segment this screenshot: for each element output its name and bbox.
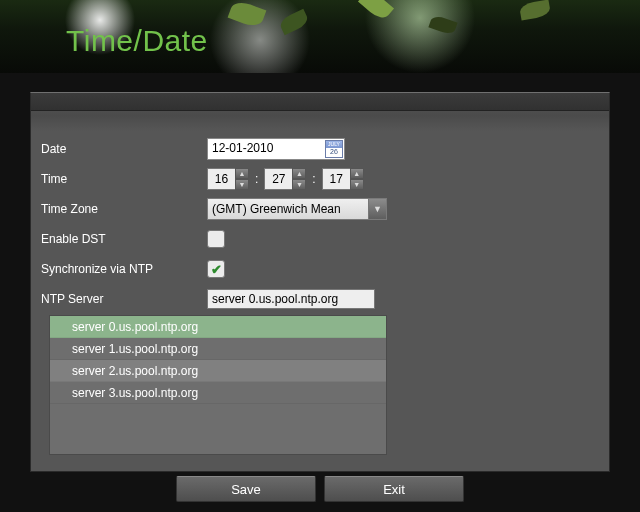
time-minute-stepper[interactable]: 27 ▲▼ xyxy=(264,168,306,190)
time-sep: : xyxy=(312,172,315,186)
time-hour-value: 16 xyxy=(207,168,235,190)
timezone-value: (GMT) Greenwich Mean xyxy=(208,202,368,216)
time-second-stepper[interactable]: 17 ▲▼ xyxy=(322,168,364,190)
hour-down-icon[interactable]: ▼ xyxy=(235,179,249,190)
page-title: Time/Date xyxy=(66,24,208,58)
time-sep: : xyxy=(255,172,258,186)
second-down-icon[interactable]: ▼ xyxy=(350,179,364,190)
second-up-icon[interactable]: ▲ xyxy=(350,168,364,179)
minute-down-icon[interactable]: ▼ xyxy=(292,179,306,190)
date-label: Date xyxy=(41,142,207,156)
footer-buttons: Save Exit xyxy=(30,476,610,504)
dst-label: Enable DST xyxy=(41,232,207,246)
ntp-label: Synchronize via NTP xyxy=(41,262,207,276)
ntp-server-item[interactable]: server 3.us.pool.ntp.org xyxy=(50,382,386,404)
exit-button[interactable]: Exit xyxy=(324,476,464,502)
hour-up-icon[interactable]: ▲ xyxy=(235,168,249,179)
calendar-icon[interactable]: JULY 26 xyxy=(325,140,343,158)
timezone-label: Time Zone xyxy=(41,202,207,216)
ntp-server-item[interactable]: server 2.us.pool.ntp.org xyxy=(50,360,386,382)
ntp-server-item[interactable]: server 0.us.pool.ntp.org xyxy=(50,316,386,338)
ntp-server-input[interactable] xyxy=(207,289,375,309)
time-label: Time xyxy=(41,172,207,186)
minute-up-icon[interactable]: ▲ xyxy=(292,168,306,179)
timezone-select[interactable]: (GMT) Greenwich Mean ▼ xyxy=(207,198,387,220)
time-minute-value: 27 xyxy=(264,168,292,190)
save-button[interactable]: Save xyxy=(176,476,316,502)
dst-checkbox[interactable] xyxy=(207,230,225,248)
panel-header-bar xyxy=(31,93,609,111)
time-second-value: 17 xyxy=(322,168,350,190)
ntp-server-item[interactable]: server 1.us.pool.ntp.org xyxy=(50,338,386,360)
settings-panel: Date 12-01-2010 JULY 26 Time 16 ▲▼ : 27 … xyxy=(30,92,610,472)
ntp-checkbox[interactable] xyxy=(207,260,225,278)
chevron-down-icon[interactable]: ▼ xyxy=(368,199,386,219)
time-hour-stepper[interactable]: 16 ▲▼ xyxy=(207,168,249,190)
ntp-server-label: NTP Server xyxy=(41,292,207,306)
date-value: 12-01-2010 xyxy=(212,141,273,155)
ntp-server-list[interactable]: server 0.us.pool.ntp.orgserver 1.us.pool… xyxy=(49,315,387,455)
banner-image: Time/Date xyxy=(0,0,640,73)
date-input[interactable]: 12-01-2010 JULY 26 xyxy=(207,138,345,160)
